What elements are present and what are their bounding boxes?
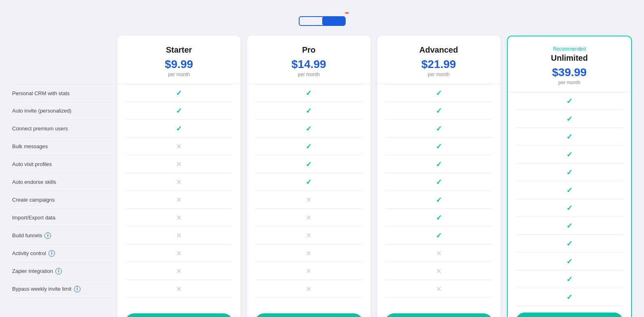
plan-feature-cell: ✓ [385, 191, 492, 209]
check-icon: ✓ [566, 168, 572, 177]
plan-header-starter: Starter$9.99per month [117, 36, 241, 84]
billing-toggle [299, 16, 346, 26]
check-icon: ✓ [566, 257, 572, 266]
plan-feature-cell: ✓ [255, 120, 362, 138]
plan-features-starter: ✓✓✓✕✕✕✕✕✕✕✕✕ [117, 84, 241, 307]
plan-feature-cell: ✕ [255, 209, 362, 227]
plan-card-starter: Starter$9.99per month✓✓✓✕✕✕✕✕✕✕✕✕DOWNGRA… [117, 36, 241, 317]
feature-row: Bypass weekly invite limiti [12, 280, 113, 298]
plan-feature-cell: ✓ [516, 146, 623, 164]
plan-feature-cell: ✓ [385, 102, 492, 120]
plan-header-unlimited: RecommendedUnlimited$39.99per month [508, 36, 631, 92]
check-icon: ✓ [436, 213, 442, 222]
check-icon: ✓ [566, 204, 572, 213]
plan-name-pro: Pro [255, 45, 362, 55]
discount-badge [345, 12, 349, 14]
plan-feature-cell: ✓ [385, 155, 492, 173]
check-icon: ✓ [306, 178, 312, 187]
cross-icon: ✕ [436, 285, 442, 294]
plan-feature-cell: ✓ [516, 92, 623, 110]
info-icon[interactable]: i [74, 286, 80, 292]
check-icon: ✓ [436, 106, 442, 115]
plan-feature-cell: ✓ [516, 199, 623, 217]
plan-feature-cell: ✓ [516, 288, 623, 306]
downgrade-button-starter[interactable]: DOWNGRADE [125, 313, 232, 317]
cross-icon: ✕ [176, 142, 182, 151]
plan-feature-cell: ✓ [516, 217, 623, 235]
feature-row: Auto endorse skills [12, 173, 113, 191]
cross-icon: ✕ [176, 249, 182, 258]
plan-footer-starter: DOWNGRADE [117, 307, 241, 317]
info-icon[interactable]: i [49, 250, 55, 257]
plan-features-unlimited: ✓✓✓✓✓✓✓✓✓✓✓✓ [508, 92, 631, 306]
plan-feature-cell: ✕ [255, 262, 362, 280]
plan-price-pro: $14.99 [255, 58, 362, 71]
cross-icon: ✕ [306, 249, 312, 258]
plan-feature-cell: ✓ [516, 253, 623, 270]
plan-feature-cell: ✓ [516, 181, 623, 199]
check-icon: ✓ [176, 106, 182, 115]
plan-feature-cell: ✓ [385, 173, 492, 191]
check-icon: ✓ [306, 124, 312, 133]
plan-header-pro: Pro$14.99per month [247, 36, 370, 84]
plan-feature-cell: ✕ [125, 227, 232, 245]
cross-icon: ✕ [306, 267, 312, 276]
plan-footer-pro: DOWNGRADE [247, 307, 370, 317]
plan-feature-cell: ✓ [516, 110, 623, 128]
cross-icon: ✕ [436, 249, 442, 258]
downgrade-button-pro[interactable]: DOWNGRADE [255, 313, 362, 317]
check-icon: ✓ [566, 150, 572, 159]
plan-price-unlimited: $39.99 [516, 66, 623, 79]
plan-feature-cell: ✓ [255, 138, 362, 155]
cross-icon: ✕ [306, 196, 312, 204]
check-icon: ✓ [306, 89, 312, 98]
check-icon: ✓ [436, 124, 442, 133]
check-icon: ✓ [306, 160, 312, 169]
cross-icon: ✕ [176, 285, 182, 294]
feature-row: Connect premium users [12, 120, 113, 138]
monthly-toggle-btn[interactable] [300, 17, 322, 25]
plan-feature-cell: ✓ [385, 84, 492, 102]
feature-row: Personal CRM with stats [12, 84, 113, 102]
plan-feature-cell: ✕ [255, 245, 362, 262]
plan-card-pro: Pro$14.99per month✓✓✓✓✓✓✕✕✕✕✕✕DOWNGRADE [247, 36, 370, 317]
plan-feature-cell: ✕ [255, 227, 362, 245]
plan-period-advanced: per month [385, 72, 492, 77]
check-icon: ✓ [566, 275, 572, 284]
info-icon[interactable]: i [44, 232, 51, 239]
recommended-label: Recommended [516, 46, 623, 52]
downgrade-button-advanced[interactable]: DOWNGRADE [385, 313, 492, 317]
plan-feature-cell: ✓ [255, 84, 362, 102]
check-icon: ✓ [176, 89, 182, 98]
check-icon: ✓ [436, 142, 442, 151]
plan-feature-cell: ✓ [255, 155, 362, 173]
feature-row: Activity controli [12, 245, 113, 262]
check-icon: ✓ [176, 124, 182, 133]
plan-header-advanced: Advanced$21.99per month [377, 36, 500, 84]
plan-period-pro: per month [255, 72, 362, 77]
cross-icon: ✕ [306, 285, 312, 294]
check-icon: ✓ [436, 160, 442, 169]
plan-feature-cell: ✓ [255, 173, 362, 191]
plan-feature-cell: ✓ [516, 235, 623, 253]
annually-toggle-btn[interactable] [322, 17, 345, 25]
check-icon: ✓ [566, 115, 572, 123]
info-icon[interactable]: i [55, 268, 62, 274]
check-icon: ✓ [566, 186, 572, 195]
plan-feature-cell: ✓ [385, 227, 492, 245]
plan-feature-cell: ✕ [125, 155, 232, 173]
check-icon: ✓ [436, 89, 442, 98]
top-bar [12, 16, 632, 26]
plan-feature-cell: ✓ [125, 120, 232, 138]
plan-feature-cell: ✕ [125, 173, 232, 191]
cross-icon: ✕ [176, 178, 182, 187]
check-icon: ✓ [306, 106, 312, 115]
downgrade-button-unlimited[interactable]: DOWNGRADE [516, 313, 623, 317]
plan-feature-cell: ✓ [255, 102, 362, 120]
plan-footer-unlimited: DOWNGRADE [508, 306, 631, 317]
plan-feature-cell: ✕ [125, 280, 232, 298]
plan-price-advanced: $21.99 [385, 58, 492, 71]
plan-price-starter: $9.99 [125, 58, 232, 71]
cross-icon: ✕ [176, 160, 182, 169]
main-content: Personal CRM with statsAuto invite (pers… [12, 36, 632, 317]
